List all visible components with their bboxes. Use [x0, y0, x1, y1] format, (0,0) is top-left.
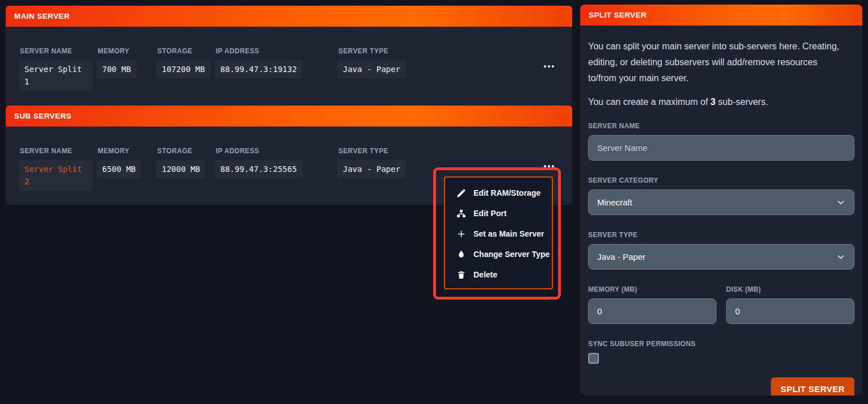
sync-subuser-permissions-label: SYNC SUBUSER PERMISSIONS — [588, 340, 854, 348]
menu-item-edit-ram-storage[interactable]: Edit RAM/Storage — [445, 183, 552, 203]
split-server-title: SPLIT SERVER — [589, 11, 647, 19]
main-col-server-name: SERVER NAME — [19, 47, 93, 55]
annotation-highlight-box: Edit RAM/Storage Edit Port Set as Main S… — [433, 167, 561, 300]
menu-item-change-server-type[interactable]: Change Server Type — [445, 244, 552, 264]
chevron-down-icon — [836, 253, 845, 262]
menu-item-label: Set as Main Server — [473, 229, 544, 238]
droplet-icon — [456, 250, 466, 259]
server-category-value: Minecraft — [597, 197, 632, 207]
server-name-label: SERVER NAME — [588, 122, 854, 130]
main-col-storage: STORAGE — [156, 47, 211, 55]
sub-server-context-menu: Edit RAM/Storage Edit Port Set as Main S… — [444, 176, 553, 289]
trash-icon — [456, 270, 466, 280]
sub-server-type-value: Java - Paper — [337, 160, 406, 178]
sitemap-icon — [456, 209, 466, 218]
main-server-storage-value: 107200 MB — [156, 60, 211, 78]
sub-col-server-name: SERVER NAME — [19, 147, 93, 155]
sub-col-memory: MEMORY — [97, 147, 141, 155]
menu-item-label: Edit Port — [473, 209, 506, 218]
menu-item-label: Edit RAM/Storage — [473, 188, 540, 197]
server-type-value: Java - Paper — [597, 252, 645, 262]
memory-label: MEMORY (MB) — [588, 285, 716, 293]
server-name-input[interactable] — [588, 135, 854, 161]
main-server-memory-value: 700 MB — [97, 60, 137, 78]
server-type-select[interactable]: Java - Paper — [588, 244, 854, 270]
split-server-max-note: You can create a maximum of 3 sub-server… — [588, 94, 854, 110]
sub-server-name-value: Server Split 2 — [19, 160, 93, 191]
split-server-header: SPLIT SERVER — [580, 5, 862, 26]
main-col-memory: MEMORY — [97, 47, 137, 55]
main-server-actions-menu-button[interactable] — [543, 62, 555, 71]
sub-col-ip: IP ADDRESS — [215, 147, 303, 155]
menu-item-edit-port[interactable]: Edit Port — [445, 203, 552, 224]
main-server-header: MAIN SERVER — [6, 6, 572, 27]
sub-server-storage-value: 12000 MB — [156, 160, 206, 178]
memory-input[interactable] — [588, 298, 716, 324]
sub-col-storage: STORAGE — [156, 147, 206, 155]
page: MAIN SERVER SERVER NAME Server Split 1 M… — [0, 0, 868, 404]
split-server-description: You can split your main server into sub-… — [588, 39, 854, 86]
split-server-panel: SPLIT SERVER You can split your main ser… — [580, 5, 862, 395]
menu-item-label: Change Server Type — [473, 250, 550, 259]
split-server-button[interactable]: SPLIT SERVER — [771, 377, 854, 395]
sub-servers-title: SUB SERVERS — [14, 112, 72, 120]
sub-server-memory-value: 6500 MB — [97, 160, 141, 178]
main-server-panel: SERVER NAME Server Split 1 MEMORY 700 MB… — [6, 27, 572, 106]
main-server-ip-value: 88.99.47.3:19132 — [215, 60, 303, 78]
pencil-icon — [456, 188, 466, 198]
disk-input[interactable] — [726, 298, 854, 324]
main-server-title: MAIN SERVER — [14, 12, 70, 20]
chevron-down-icon — [836, 198, 845, 207]
sync-subuser-checkbox[interactable] — [588, 353, 599, 364]
disk-label: DISK (MB) — [726, 285, 854, 293]
main-server-name-value: Server Split 1 — [19, 60, 93, 91]
sub-server-ip-value: 88.99.47.3:25565 — [215, 160, 303, 178]
plus-icon — [456, 229, 466, 239]
server-category-label: SERVER CATEGORY — [588, 176, 854, 184]
menu-item-set-as-main[interactable]: Set as Main Server — [445, 224, 552, 244]
sub-col-type: SERVER TYPE — [337, 147, 406, 155]
sub-servers-header: SUB SERVERS — [6, 106, 572, 127]
server-type-label: SERVER TYPE — [588, 231, 854, 239]
menu-item-label: Delete — [473, 270, 497, 279]
server-category-select[interactable]: Minecraft — [588, 190, 854, 215]
main-server-type-value: Java - Paper — [337, 60, 406, 78]
menu-item-delete[interactable]: Delete — [445, 264, 552, 285]
main-col-type: SERVER TYPE — [337, 47, 406, 55]
main-col-ip: IP ADDRESS — [215, 47, 303, 55]
